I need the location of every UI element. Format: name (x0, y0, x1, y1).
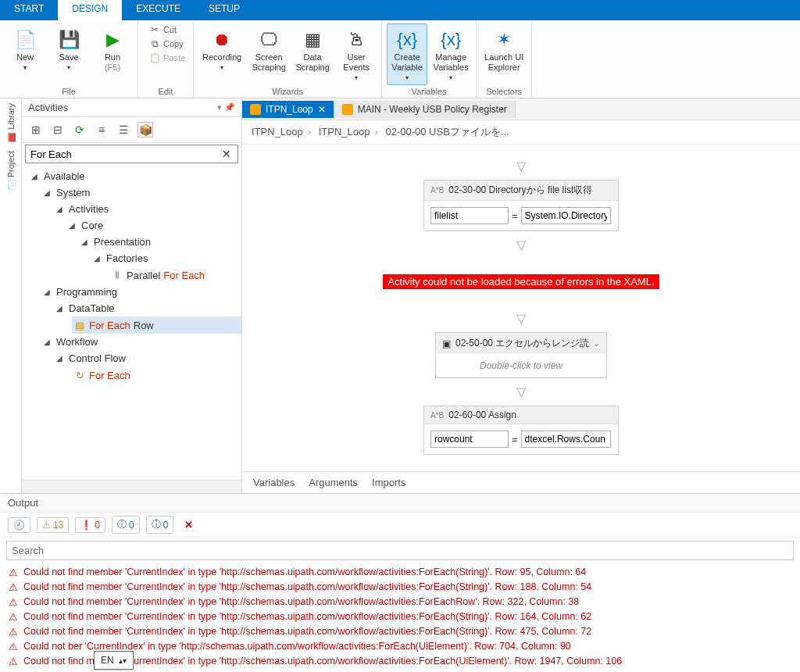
clear-output-icon[interactable]: ✕ (180, 519, 198, 531)
panel-collapse-icon[interactable]: ▾ 📌 (217, 102, 235, 113)
filter-info[interactable]: ⓘ0 (112, 516, 140, 534)
expand-icon[interactable]: ⌄ (593, 338, 600, 349)
bread-2[interactable]: ITPN_Loop (319, 126, 370, 138)
menu-tabs: START DESIGN EXECUTE SETUP (0, 0, 800, 20)
tool-list-icon[interactable]: ☰ (116, 122, 131, 138)
var-create-icon: {x} (394, 26, 420, 52)
activity-assign-1[interactable]: A*B02-30-00 Directoryから file list収得 = (423, 180, 619, 231)
excel-icon: ▣ (442, 338, 451, 349)
bread-1[interactable]: ITPN_Loop (252, 126, 303, 138)
recording-button[interactable]: ⏺Recording▾ (198, 23, 245, 75)
copy-icon: ⧉ (149, 38, 160, 49)
output-row[interactable]: ⚠Could not find member 'CurrentIndex' in… (5, 595, 795, 609)
tree-datatable[interactable]: ◢DataTable (56, 300, 241, 316)
flow-arrow-icon: ▽ (516, 311, 526, 326)
tool-tree-icon[interactable]: ≡ (94, 122, 109, 138)
tab-variables[interactable]: Variables (253, 477, 295, 488)
clear-search-icon[interactable]: ✕ (222, 148, 233, 160)
tree-presentation[interactable]: ◢Presentation (81, 234, 241, 250)
tree-system[interactable]: ◢System (44, 184, 241, 201)
tree-core[interactable]: ◢Core (69, 217, 241, 234)
scrollbar-h[interactable] (22, 480, 241, 493)
tab-design[interactable]: DESIGN (58, 0, 122, 20)
doc-tab-itpn[interactable]: ITPN_Loop✕ (242, 101, 334, 118)
tool-grid-icon[interactable]: 📦 (138, 122, 153, 138)
manage-variable-button[interactable]: {x}Manage Variables▾ (430, 23, 471, 85)
activity-foreach[interactable]: ↻For Each (72, 366, 241, 384)
assign-var-input[interactable] (430, 207, 509, 224)
parallel-icon: ⫴ (111, 269, 123, 281)
output-search-input[interactable] (6, 541, 794, 560)
tree-programming[interactable]: ◢Programming (44, 284, 241, 300)
tool-refresh-icon[interactable]: ⟳ (72, 122, 88, 138)
new-button[interactable]: 📄 New▾ (5, 23, 45, 75)
activity-excel-range[interactable]: ▣02-50-00 エクセルからレンジ読⌄ Double-click to vi… (435, 332, 607, 378)
sidebar-project[interactable]: 📄Project (5, 151, 16, 191)
paste-button[interactable]: 📋Paste (146, 52, 188, 64)
tab-start[interactable]: START (0, 0, 58, 20)
tab-arguments[interactable]: Arguments (309, 477, 358, 488)
data-scraping-button[interactable]: ▦Data Scraping (292, 23, 333, 75)
info-icon: ⓘ (117, 518, 127, 531)
tree-available[interactable]: ◢Available (31, 168, 241, 184)
assign-val-input-2[interactable] (521, 431, 611, 448)
tree-controlflow[interactable]: ◢Control Flow (56, 350, 241, 366)
tool-expand-icon[interactable]: ⊞ (28, 122, 44, 138)
warn-icon: ⚠ (42, 520, 51, 531)
folder-icon: 📄 (5, 181, 16, 191)
flow-arrow-icon: ▽ (516, 384, 526, 399)
create-variable-button[interactable]: {x}Create Variable▾ (387, 23, 427, 85)
left-sidebar: 📕Library 📄Project (0, 98, 22, 493)
tool-collapse-icon[interactable]: ⊟ (50, 122, 66, 138)
file-icon (342, 104, 353, 115)
activity-assign-2[interactable]: A*B02‐60‐00 Assign = (423, 406, 619, 455)
warn-icon: ⚠ (8, 581, 19, 593)
tab-setup[interactable]: SETUP (195, 0, 254, 20)
tree-activities[interactable]: ◢Activities (56, 201, 241, 217)
filter-time[interactable]: 🕘 (8, 517, 30, 533)
activities-search-input[interactable] (30, 148, 222, 160)
output-row[interactable]: ⚠Could not find member 'CurrentIndex' in… (5, 565, 795, 580)
tree-workflow[interactable]: ◢Workflow (44, 334, 241, 350)
tree-factories[interactable]: ◢Factories (94, 250, 241, 266)
bread-3[interactable]: 02-00-00 USBファイルを... (385, 126, 509, 138)
cut-button[interactable]: ✂Cut (146, 23, 188, 36)
save-button[interactable]: 💾 Save▾ (48, 23, 89, 75)
target-icon: ✶ (491, 26, 517, 52)
doc-tab-main[interactable]: MAIN - Weekly USB Policy Register (334, 101, 516, 118)
filter-error[interactable]: ❗0 (75, 517, 105, 533)
assign-var-input-2[interactable] (430, 431, 509, 448)
output-row[interactable]: ⚠Could not find member 'CurrentIndex' in… (5, 624, 795, 639)
document-tabs: ITPN_Loop✕ MAIN - Weekly USB Policy Regi… (242, 98, 800, 120)
play-icon: ▶ (99, 26, 126, 52)
user-events-button[interactable]: 🖯User Events▾ (336, 23, 377, 85)
clock-icon: 🕘 (13, 520, 25, 531)
warn-icon: ⚠ (8, 626, 19, 638)
warn-icon: ⚠ (8, 596, 19, 608)
workflow-canvas[interactable]: ▽ A*B02-30-00 Directoryから file list収得 = … (242, 145, 800, 471)
breadcrumb: ITPN_Loop› ITPN_Loop› 02-00-00 USBファイルを.… (242, 120, 800, 145)
sidebar-library[interactable]: 📕Library (5, 103, 16, 143)
run-button[interactable]: ▶ Run (F5) (92, 23, 133, 75)
assign-val-input[interactable] (521, 207, 611, 224)
group-selectors-label: Selectors (481, 87, 527, 96)
output-row[interactable]: ⚠Could not find member 'CurrentIndex' in… (5, 609, 795, 624)
activity-foreach-row[interactable]: ▤For Each Row (72, 316, 241, 334)
filter-warn[interactable]: ⚠13 (37, 517, 69, 533)
activity-parallel-foreach[interactable]: ⫴Parallel For Each (109, 266, 241, 284)
output-row[interactable]: ⚠Could not find member 'CurrentIndex' in… (5, 580, 795, 595)
screen-scraping-button[interactable]: 🖵Screen Scraping (248, 23, 289, 75)
flow-arrow-icon: ▽ (516, 238, 526, 252)
close-icon[interactable]: ✕ (318, 104, 326, 115)
filter-trace[interactable]: ⓘ0 (146, 516, 174, 534)
copy-button[interactable]: ⧉Copy (146, 38, 188, 50)
group-file-label: File (5, 87, 133, 96)
ribbon: 📄 New▾ 💾 Save▾ ▶ Run (F5) File ✂Cut ⧉Cop… (0, 20, 800, 98)
tab-imports[interactable]: Imports (372, 477, 405, 488)
monitor-icon: 🖵 (255, 26, 282, 52)
tab-execute[interactable]: EXECUTE (122, 0, 195, 20)
launch-ui-explorer-button[interactable]: ✶Launch UI Explorer (481, 23, 527, 75)
book-icon: 📕 (5, 133, 16, 143)
language-selector[interactable]: EN▴▾ (94, 651, 134, 670)
new-icon: 📄 (12, 26, 38, 52)
